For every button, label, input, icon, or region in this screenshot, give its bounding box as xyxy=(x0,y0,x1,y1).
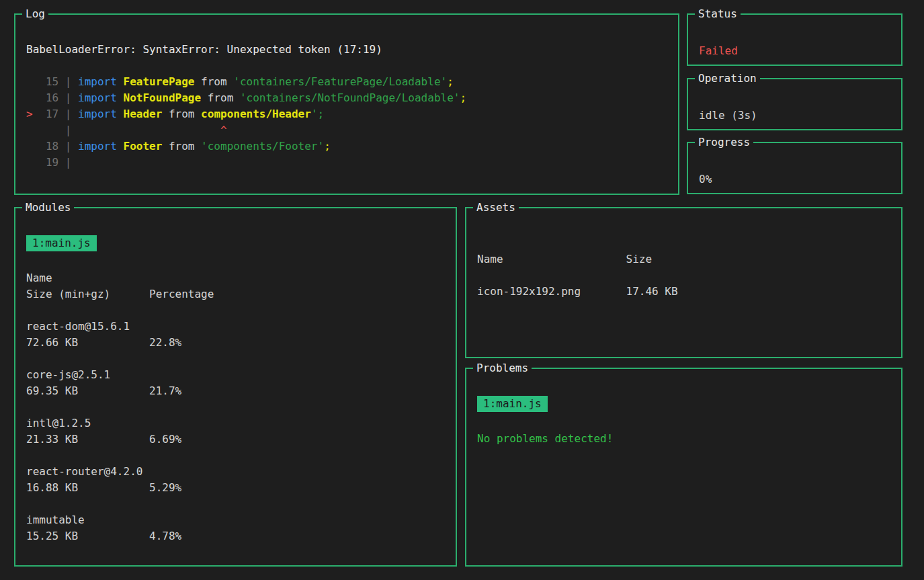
module-values: 16.88 KB5.29% xyxy=(26,480,445,496)
log-panel: Log BabelLoaderError: SyntaxError: Unexp… xyxy=(14,13,679,195)
module-size: 21.33 KB xyxy=(26,431,149,448)
module-percentage: 4.78% xyxy=(149,530,181,542)
code-token xyxy=(117,108,124,120)
log-content: BabelLoaderError: SyntaxError: Unexpecte… xyxy=(15,15,678,171)
code-line: 15 | import FeaturePage from 'containers… xyxy=(26,74,667,90)
code-token: | xyxy=(26,124,78,136)
assets-table-header: NameSize xyxy=(477,251,890,267)
module-row: core-js@2.5.169.35 KB21.7% xyxy=(26,367,445,399)
code-token: ; xyxy=(460,91,466,104)
code-token: NotFoundPage xyxy=(124,91,202,104)
code-token xyxy=(117,75,124,88)
modules-content: 1:main.js Name Size (min+gz)Percentage r… xyxy=(15,208,456,544)
code-token: ; xyxy=(447,75,454,88)
code-token: 15 | xyxy=(26,75,78,88)
module-row: immutable15.25 KB4.78% xyxy=(26,512,445,544)
error-message: BabelLoaderError: SyntaxError: Unexpecte… xyxy=(26,42,667,58)
code-token: Footer xyxy=(124,140,163,153)
code-token xyxy=(117,140,124,153)
status-panel-title: Status xyxy=(695,6,741,22)
assets-panel: Assets NameSize icon-192x192.png17.46 KB xyxy=(465,207,902,358)
module-row: react-router@4.2.016.88 KB5.29% xyxy=(26,464,445,496)
progress-value: 0% xyxy=(699,171,890,188)
code-token: import xyxy=(78,91,117,104)
code-token: from xyxy=(194,75,233,88)
asset-name: icon-192x192.png xyxy=(477,284,626,300)
problems-content: 1:main.js No problems detected! xyxy=(466,369,901,447)
code-token: '; xyxy=(311,108,324,120)
code-token: from xyxy=(201,91,240,104)
problems-badge: 1:main.js xyxy=(477,396,548,412)
log-panel-title: Log xyxy=(22,6,48,22)
assets-panel-title: Assets xyxy=(473,200,519,216)
problems-badge-row: 1:main.js xyxy=(477,396,890,412)
code-token: ; xyxy=(324,140,331,153)
module-size: 72.66 KB xyxy=(26,335,149,351)
problems-panel: Problems 1:main.js No problems detected! xyxy=(465,368,902,567)
progress-panel: Progress 0% xyxy=(687,142,902,194)
assets-header-size: Size xyxy=(626,253,653,265)
module-name: intl@1.2.5 xyxy=(26,415,445,431)
code-token: 17 | xyxy=(33,108,78,120)
code-frame: 15 | import FeaturePage from 'containers… xyxy=(26,74,667,171)
module-values: 69.35 KB21.7% xyxy=(26,383,445,399)
code-token: from xyxy=(162,108,201,120)
module-name: react-dom@15.6.1 xyxy=(26,319,445,335)
asset-row: icon-192x192.png17.46 KB xyxy=(477,284,890,300)
module-values: 21.33 KB6.69% xyxy=(26,431,445,448)
module-size: 16.88 KB xyxy=(26,480,149,496)
modules-rows: react-dom@15.6.172.66 KB22.8%core-js@2.5… xyxy=(26,319,445,544)
status-value: Failed xyxy=(699,43,890,59)
module-percentage: 21.7% xyxy=(149,384,181,397)
code-token: Header xyxy=(124,108,163,120)
code-line: 19 | xyxy=(26,155,667,171)
operation-panel-title: Operation xyxy=(695,71,760,87)
code-token: FeaturePage xyxy=(124,75,195,88)
module-size: 69.35 KB xyxy=(26,383,149,399)
problems-message: No problems detected! xyxy=(477,431,890,447)
status-panel: Status Failed xyxy=(687,13,902,66)
module-name: core-js@2.5.1 xyxy=(26,367,445,383)
module-row: react-dom@15.6.172.66 KB22.8% xyxy=(26,319,445,351)
module-name: immutable xyxy=(26,512,445,528)
module-values: 15.25 KB4.78% xyxy=(26,528,445,544)
modules-header-size: Size (min+gz) xyxy=(26,286,149,302)
operation-value: idle (3s) xyxy=(699,108,890,124)
code-token: components/Header xyxy=(201,108,311,120)
code-line: > 17 | import Header from components/Hea… xyxy=(26,106,667,122)
module-percentage: 22.8% xyxy=(149,336,181,349)
code-token: 16 | xyxy=(26,91,78,104)
module-name: react-router@4.2.0 xyxy=(26,464,445,480)
code-token: import xyxy=(78,140,117,153)
module-percentage: 6.69% xyxy=(149,433,181,446)
code-token: 18 | xyxy=(26,140,78,153)
modules-header-line2: Size (min+gz)Percentage xyxy=(26,286,445,302)
code-token: 'containers/NotFoundPage/Loadable' xyxy=(240,91,460,104)
code-token xyxy=(117,91,124,104)
code-token: > xyxy=(26,108,33,120)
module-percentage: 5.29% xyxy=(149,481,181,494)
modules-header-name: Name xyxy=(26,270,445,286)
code-token: 'containers/FeaturePage/Loadable' xyxy=(233,75,447,88)
code-token: 19 | xyxy=(26,156,71,169)
modules-table-header: Name Size (min+gz)Percentage xyxy=(26,270,445,302)
module-row: intl@1.2.521.33 KB6.69% xyxy=(26,415,445,448)
modules-header-percentage: Percentage xyxy=(149,288,214,300)
modules-panel-title: Modules xyxy=(22,200,74,216)
modules-panel: Modules 1:main.js Name Size (min+gz)Perc… xyxy=(14,207,457,567)
problems-panel-title: Problems xyxy=(473,360,532,376)
code-line: 18 | import Footer from 'components/Foot… xyxy=(26,138,667,155)
operation-panel: Operation idle (3s) xyxy=(687,78,902,130)
modules-badge: 1:main.js xyxy=(26,235,97,251)
assets-rows: icon-192x192.png17.46 KB xyxy=(477,284,890,300)
module-values: 72.66 KB22.8% xyxy=(26,335,445,351)
assets-header-name: Name xyxy=(477,251,626,267)
code-token: from xyxy=(162,140,201,153)
asset-size: 17.46 KB xyxy=(626,285,678,298)
code-token: import xyxy=(78,75,117,88)
modules-badge-row: 1:main.js xyxy=(26,235,445,251)
code-line: 16 | import NotFoundPage from 'container… xyxy=(26,90,667,106)
progress-panel-title: Progress xyxy=(695,134,753,151)
code-line: | ^ xyxy=(26,122,667,138)
code-token: 'components/Footer' xyxy=(201,140,324,153)
